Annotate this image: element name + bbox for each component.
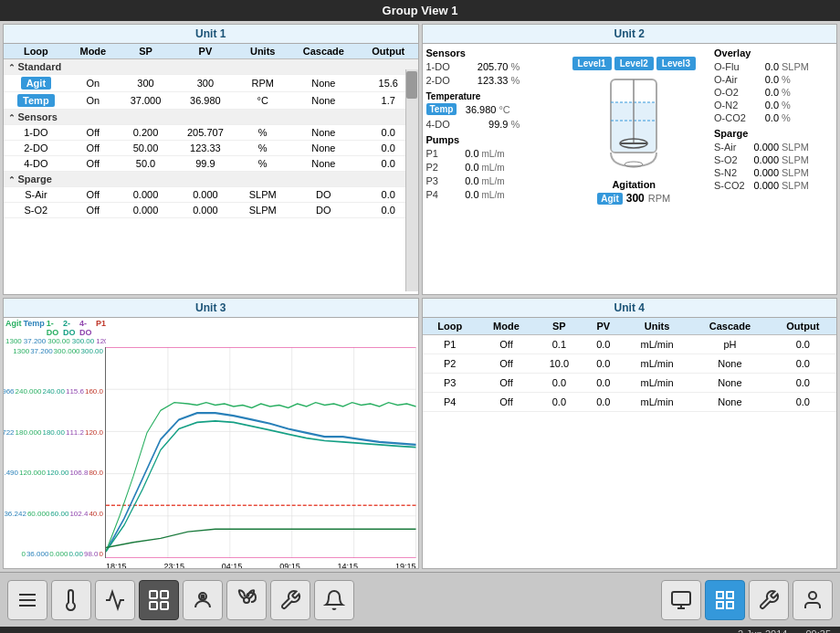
- unit1-sensors-section: Sensors: [4, 110, 418, 125]
- chart-values-row: 1300 37.200 300.00 300.00 120.0 200.0: [4, 337, 418, 345]
- unit3-panel: Unit 3 Agit Temp 1-DO 2-DO 4-DO P1 1300 …: [3, 298, 419, 569]
- bell-button[interactable]: [314, 580, 354, 620]
- unit4-row-p4[interactable]: P4 Off 0.0 0.0 mL/min None 0.0: [423, 393, 837, 412]
- svg-rect-32: [672, 592, 690, 605]
- temp-button[interactable]: Temp: [17, 94, 55, 107]
- chart-svg-area: 18:15 23:15 04:15 09:15 14:15 19:15: [106, 347, 416, 558]
- unit4-col-units: Units: [624, 318, 690, 335]
- unit4-col-cascade: Cascade: [690, 318, 769, 335]
- app-title: Group View 1: [0, 0, 840, 21]
- unit2-sensor-temp[interactable]: Temp 36.980 °C: [426, 103, 554, 115]
- unit4-panel: Unit 4 Loop Mode SP PV Units Cascade Out…: [422, 298, 838, 569]
- unit2-pump-p4[interactable]: P4 0.0 mL/m: [426, 189, 554, 200]
- unit1-panel: Unit 1 Loop Mode SP PV Units Cascade Out…: [3, 24, 419, 295]
- svg-point-30: [202, 595, 205, 597]
- svg-rect-37: [717, 602, 723, 608]
- overlay-oco2[interactable]: O-CO2 0.0 %: [714, 112, 833, 123]
- unit1-scrollbar[interactable]: [405, 69, 418, 291]
- unit1-col-mode: Mode: [68, 44, 118, 59]
- toolbar-right: [661, 580, 833, 620]
- vessel-diagram: [593, 75, 675, 175]
- main-grid: Unit 1 Loop Mode SP PV Units Cascade Out…: [0, 21, 840, 572]
- sparge-sair[interactable]: S-Air 0.000 SLPM: [714, 142, 833, 153]
- svg-rect-35: [717, 592, 723, 598]
- unit2-inner: Sensors 1-DO 205.70 % 2-DO 123.33 % Temp…: [423, 44, 837, 208]
- thermometer-button[interactable]: [51, 580, 91, 620]
- bottom-toolbar: [0, 572, 840, 627]
- status-bar: 2 Jun 2014 09:35: [0, 627, 840, 633]
- screen-button[interactable]: [661, 580, 701, 620]
- unit1-row-4do[interactable]: 4-DO Off 50.0 99.9 % None 0.0: [4, 156, 418, 172]
- scroll-thumb[interactable]: [406, 71, 417, 99]
- unit4-col-pv: PV: [583, 318, 624, 335]
- unit1-col-cascade: Cascade: [289, 44, 359, 59]
- grid-view-button[interactable]: [705, 580, 745, 620]
- chart-headers: Agit Temp 1-DO 2-DO 4-DO P1: [4, 318, 418, 337]
- sparge-so2[interactable]: S-O2 0.000 SLPM: [714, 154, 833, 165]
- temperature-label: Temperature: [426, 91, 554, 101]
- chart-body: 1300 37.200 300.000 300.00 1040 36.966 2…: [4, 345, 418, 560]
- unit1-title: Unit 1: [4, 25, 418, 44]
- agit-badge[interactable]: Agit: [597, 193, 622, 205]
- user-face-button[interactable]: [183, 580, 223, 620]
- unit4-col-output: Output: [770, 318, 836, 335]
- svg-rect-28: [161, 602, 168, 609]
- unit1-standard-section: Standard: [4, 59, 418, 75]
- wrench-button[interactable]: [749, 580, 789, 620]
- unit4-col-mode: Mode: [478, 318, 535, 335]
- network-button[interactable]: [139, 580, 179, 620]
- unit2-sensor-2do[interactable]: 2-DO 123.33 %: [426, 75, 554, 86]
- overlay-on2[interactable]: O-N2 0.0 %: [714, 100, 833, 111]
- chart-svg: [106, 347, 416, 558]
- temp-badge[interactable]: Temp: [426, 103, 457, 115]
- unit1-col-units: Units: [237, 44, 289, 59]
- unit1-row-1do[interactable]: 1-DO Off 0.200 205.707 % None 0.0: [4, 125, 418, 141]
- chart-line-button[interactable]: [95, 580, 135, 620]
- unit1-row-so2[interactable]: S-O2 Off 0.000 0.000 SLPM DO 0.0: [4, 203, 418, 218]
- unit1-row-temp[interactable]: Temp On 37.000 36.980 °C None 1.7: [4, 92, 418, 110]
- unit2-pump-p2[interactable]: P2 0.0 mL/m: [426, 162, 554, 173]
- level1-button[interactable]: Level1: [572, 57, 612, 70]
- overlay-oo2[interactable]: O-O2 0.0 %: [714, 87, 833, 98]
- unit2-left: Sensors 1-DO 205.70 % 2-DO 123.33 % Temp…: [426, 47, 554, 205]
- unit4-row-p1[interactable]: P1 Off 0.1 0.0 mL/min pH 0.0: [423, 335, 837, 354]
- level3-button[interactable]: Level3: [656, 57, 696, 70]
- unit1-col-pv: PV: [173, 44, 237, 59]
- unit1-col-output: Output: [359, 44, 417, 59]
- level2-button[interactable]: Level2: [614, 57, 654, 70]
- unit2-pump-p1[interactable]: P1 0.0 mL/m: [426, 148, 554, 159]
- unit4-col-sp: SP: [535, 318, 583, 335]
- status-time: 09:35: [805, 628, 831, 633]
- list-button[interactable]: [7, 580, 47, 620]
- agit-button[interactable]: Agit: [21, 77, 51, 90]
- sparge-sco2[interactable]: S-CO2 0.000 SLPM: [714, 180, 833, 191]
- svg-point-39: [809, 592, 816, 599]
- svg-point-31: [244, 597, 249, 603]
- unit1-row-agit[interactable]: Agit On 300 300 RPM None 15.6: [4, 75, 418, 92]
- unit4-row-p3[interactable]: P3 Off 0.0 0.0 mL/min None 0.0: [423, 374, 837, 393]
- unit1-col-loop: Loop: [4, 44, 68, 59]
- overlay-oair[interactable]: O-Air 0.0 %: [714, 74, 833, 85]
- unit2-sensor-4do[interactable]: 4-DO 99.9 %: [426, 119, 554, 130]
- unit2-center: Level1 Level2 Level3: [560, 47, 709, 205]
- unit2-pumps-title: Pumps: [426, 134, 554, 145]
- sparge-sn2[interactable]: S-N2 0.000 SLPM: [714, 167, 833, 178]
- person-button[interactable]: [793, 580, 833, 620]
- unit1-row-2do[interactable]: 2-DO Off 50.00 123.33 % None 0.0: [4, 141, 418, 156]
- status-date: 2 Jun 2014: [738, 628, 787, 633]
- agitation-label: Agitation: [612, 179, 656, 190]
- unit4-row-p2[interactable]: P2 Off 10.0 0.0 mL/min None 0.0: [423, 354, 837, 374]
- overlay-oflu[interactable]: O-Flu 0.0 SLPM: [714, 61, 833, 72]
- agit-value: 300: [626, 192, 645, 205]
- unit1-row-sair[interactable]: S-Air Off 0.000 0.000 SLPM DO 0.0: [4, 187, 418, 203]
- unit3-title: Unit 3: [4, 299, 418, 318]
- agit-row: Agit 300 RPM: [597, 192, 670, 205]
- unit2-sensor-1do[interactable]: 1-DO 205.70 %: [426, 61, 554, 72]
- unit2-pump-p3[interactable]: P3 0.0 mL/m: [426, 175, 554, 186]
- settings-button[interactable]: [270, 580, 310, 620]
- unit4-table: Loop Mode SP PV Units Cascade Output P1 …: [423, 318, 837, 412]
- unit1-col-sp: SP: [118, 44, 173, 59]
- unit2-right: Overlay O-Flu 0.0 SLPM O-Air 0.0 % O-O2 …: [714, 47, 833, 205]
- svg-rect-36: [727, 592, 733, 598]
- biohazard-button[interactable]: [226, 580, 267, 620]
